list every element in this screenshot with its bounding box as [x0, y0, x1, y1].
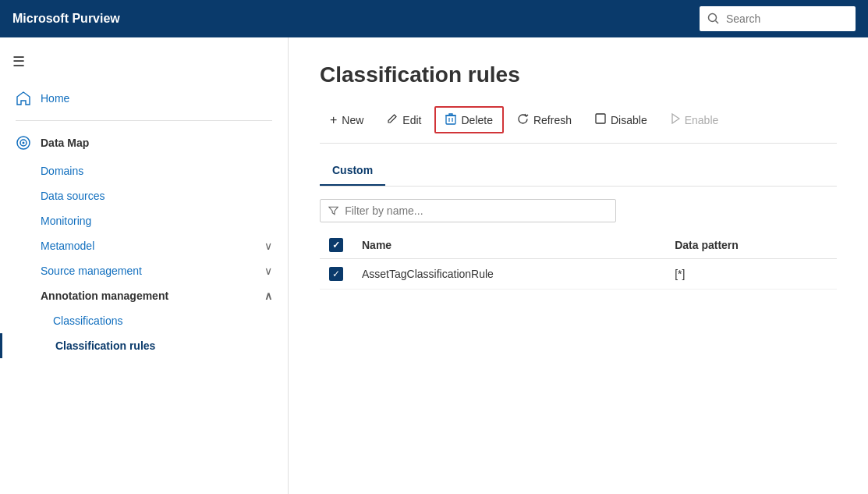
enable-button[interactable]: Enable — [661, 108, 729, 132]
sidebar-item-data-map[interactable]: Data Map — [0, 127, 288, 158]
sidebar-item-domains[interactable]: Domains — [0, 158, 288, 183]
svg-line-1 — [716, 21, 719, 24]
page-title: Classification rules — [320, 62, 837, 87]
refresh-button[interactable]: Refresh — [507, 108, 582, 133]
sidebar-item-home-label: Home — [41, 92, 272, 105]
sidebar-item-source-management-label: Source management — [41, 265, 142, 277]
new-button[interactable]: + New — [320, 108, 374, 133]
row-checkbox-cell[interactable]: ✓ — [320, 259, 353, 290]
enable-label: Enable — [685, 114, 719, 126]
chevron-down-icon-2: ∨ — [264, 265, 272, 277]
tab-bar: Custom — [320, 156, 837, 187]
home-icon — [16, 91, 31, 106]
row-checkbox[interactable]: ✓ — [329, 267, 343, 281]
filter-icon — [328, 205, 338, 216]
sidebar: ☰ Home Data Map Domains — [0, 37, 289, 494]
sidebar-item-data-map-label: Data Map — [41, 137, 272, 149]
search-box[interactable] — [700, 6, 856, 31]
disable-label: Disable — [611, 114, 647, 126]
edit-label: Edit — [402, 114, 421, 126]
col-header-data-pattern: Data pattern — [665, 232, 837, 259]
tab-custom-label: Custom — [332, 164, 373, 176]
sidebar-item-classifications-label: Classifications — [53, 315, 122, 327]
play-icon — [671, 113, 680, 126]
delete-label: Delete — [461, 114, 492, 126]
main-layout: ☰ Home Data Map Domains — [0, 37, 868, 494]
sidebar-item-home[interactable]: Home — [0, 83, 288, 114]
svg-point-0 — [709, 14, 717, 22]
delete-button[interactable]: Delete — [434, 106, 503, 133]
sidebar-item-classification-rules-label: Classification rules — [55, 339, 155, 352]
square-icon — [595, 113, 606, 126]
sidebar-divider — [16, 120, 272, 121]
refresh-label: Refresh — [533, 114, 572, 126]
search-input[interactable] — [726, 12, 843, 25]
data-map-icon — [16, 135, 31, 151]
sidebar-item-classification-rules[interactable]: Classification rules — [0, 333, 288, 358]
sidebar-item-domains-label: Domains — [41, 165, 83, 177]
col-header-checkbox: ✓ — [320, 232, 353, 259]
sidebar-item-monitoring[interactable]: Monitoring — [0, 208, 288, 233]
topnav: Microsoft Purview — [0, 0, 868, 37]
row-name-cell: AssetTagClassificationRule — [353, 259, 665, 290]
disable-button[interactable]: Disable — [585, 108, 657, 132]
chevron-up-icon: ∧ — [264, 290, 272, 302]
hamburger-button[interactable]: ☰ — [0, 47, 288, 83]
sidebar-item-data-sources[interactable]: Data sources — [0, 183, 288, 208]
filter-input-wrapper[interactable] — [320, 199, 616, 222]
edit-button[interactable]: Edit — [377, 108, 431, 132]
pencil-icon — [387, 113, 398, 126]
plus-icon: + — [330, 113, 337, 127]
svg-marker-9 — [672, 114, 679, 123]
sidebar-item-annotation-management[interactable]: Annotation management ∧ — [0, 283, 288, 308]
content-area: Classification rules + New Edit — [289, 37, 868, 494]
sidebar-item-source-management[interactable]: Source management ∨ — [0, 258, 288, 283]
row-data-pattern-cell: [*] — [665, 259, 837, 290]
refresh-icon — [517, 113, 529, 127]
svg-point-4 — [23, 142, 25, 144]
sidebar-item-annotation-management-label: Annotation management — [41, 290, 168, 302]
filter-name-input[interactable] — [345, 204, 608, 217]
chevron-down-icon: ∨ — [264, 240, 272, 252]
col-header-name: Name — [353, 232, 665, 259]
toolbar: + New Edit — [320, 106, 837, 144]
sidebar-item-data-sources-label: Data sources — [41, 190, 105, 202]
search-icon — [707, 12, 720, 25]
tab-custom[interactable]: Custom — [320, 156, 385, 186]
svg-rect-8 — [596, 114, 605, 123]
table-row: ✓ AssetTagClassificationRule [*] — [320, 259, 837, 290]
sidebar-item-monitoring-label: Monitoring — [41, 215, 91, 227]
sidebar-item-classifications[interactable]: Classifications — [0, 308, 288, 333]
sidebar-item-metamodel[interactable]: Metamodel ∨ — [0, 233, 288, 258]
trash-icon — [445, 112, 456, 127]
new-label: New — [342, 114, 363, 126]
app-logo: Microsoft Purview — [12, 12, 700, 26]
table-header-row: ✓ Name Data pattern — [320, 232, 837, 259]
sidebar-item-metamodel-label: Metamodel — [41, 240, 94, 252]
filter-row — [320, 199, 837, 222]
header-checkbox[interactable]: ✓ — [329, 238, 343, 252]
svg-rect-5 — [446, 116, 455, 124]
classification-rules-table: ✓ Name Data pattern ✓ AssetTagClassifica… — [320, 232, 837, 290]
